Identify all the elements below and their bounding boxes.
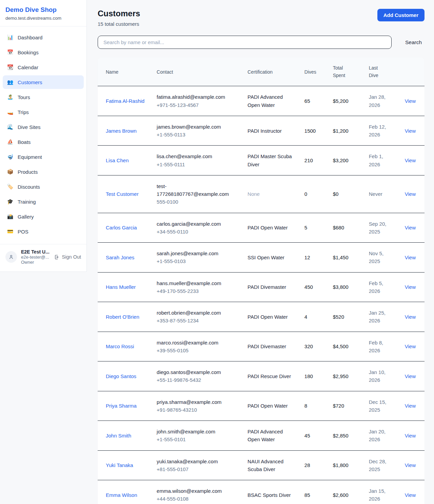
customer-certification: PADI Divemaster	[242, 332, 299, 361]
view-customer-link[interactable]: View	[405, 98, 416, 104]
view-customer-link[interactable]: View	[405, 433, 416, 438]
view-customer-link[interactable]: View	[405, 128, 416, 134]
customer-name-link[interactable]: Yuki Tanaka	[106, 462, 133, 468]
view-customer-link[interactable]: View	[405, 284, 416, 290]
column-header-action	[399, 58, 425, 86]
sidebar-item-equipment[interactable]: 🤿 Equipment	[3, 150, 84, 164]
customer-phone: +44-555-0108	[157, 495, 238, 503]
view-customer-link[interactable]: View	[405, 403, 416, 409]
customer-total-spent: $680	[328, 213, 363, 243]
customer-certification: NAUI Advanced Scuba Diver	[242, 450, 299, 480]
column-header-certification: Certification	[242, 58, 299, 86]
customer-total-spent: $2,850	[328, 421, 363, 451]
customer-certification: PADI Open Water	[242, 302, 299, 332]
search-input[interactable]	[98, 36, 392, 49]
sidebar-item-label: POS	[18, 229, 28, 235]
view-customer-link[interactable]: View	[405, 373, 416, 379]
search-button[interactable]: Search	[405, 39, 422, 45]
customer-email: sarah.jones@example.com	[157, 249, 238, 257]
sidebar-item-trips[interactable]: 🚤 Trips	[3, 105, 84, 119]
customer-name-link[interactable]: Fatima Al-Rashid	[106, 98, 144, 104]
customer-last-dive: Sep 20, 2025	[363, 213, 399, 243]
sidebar-item-boats[interactable]: ⛵ Boats	[3, 135, 84, 149]
customer-last-dive: Jan 28, 2026	[363, 86, 399, 116]
view-customer-link[interactable]: View	[405, 314, 416, 320]
sidebar-item-dive-sites[interactable]: 🌊 Dive Sites	[3, 120, 84, 134]
customer-last-dive: Jan 25, 2026	[363, 302, 399, 332]
graduation-cap-icon: 🎓	[7, 199, 14, 205]
customer-total-spent: $1,800	[328, 450, 363, 480]
sidebar-item-calendar[interactable]: 📆 Calendar	[3, 60, 84, 74]
bar-chart-icon: 📊	[7, 34, 14, 40]
sidebar-item-training[interactable]: 🎓 Training	[3, 195, 84, 208]
customer-name-link[interactable]: Sarah Jones	[106, 255, 134, 260]
customer-certification: SSI Open Water	[242, 243, 299, 273]
user-role: Owner	[21, 260, 50, 265]
customer-count: 15 total customers	[98, 21, 140, 27]
sidebar-item-products[interactable]: 📦 Products	[3, 165, 84, 179]
customer-phone: +91-98765-43210	[157, 406, 238, 414]
sidebar-item-tours[interactable]: 🏝️ Tours	[3, 90, 84, 104]
package-icon: 📦	[7, 169, 14, 175]
customer-last-dive: Jan 10, 2026	[363, 361, 399, 391]
customer-name-link[interactable]: Priya Sharma	[106, 403, 137, 409]
table-row: Hans Mueller hans.mueller@example.com +4…	[98, 272, 425, 302]
view-customer-link[interactable]: View	[405, 255, 416, 260]
customer-name-link[interactable]: Test Customer	[106, 191, 139, 197]
sidebar-item-label: Gallery	[18, 214, 34, 220]
customer-phone: +1-555-0103	[157, 257, 238, 265]
sailboat-icon: ⛵	[7, 139, 14, 145]
customer-phone: +49-170-555-2233	[157, 287, 238, 295]
customer-name-link[interactable]: James Brown	[106, 128, 137, 134]
sidebar-item-dashboard[interactable]: 📊 Dashboard	[3, 31, 84, 44]
customer-last-dive: Never	[363, 175, 399, 213]
tear-off-calendar-icon: 📆	[7, 64, 14, 70]
sidebar-item-pos[interactable]: 💳 POS	[3, 225, 84, 238]
sidebar-item-label: Products	[18, 169, 38, 175]
customer-name-link[interactable]: Robert O'Brien	[106, 314, 139, 320]
customer-email: diego.santos@example.com	[157, 368, 238, 376]
customer-last-dive: Feb 8, 2026	[363, 332, 399, 361]
customer-name-link[interactable]: Marco Rossi	[106, 343, 134, 349]
customer-email: marco.rossi@example.com	[157, 339, 238, 347]
customer-phone: +1-555-0111	[157, 161, 238, 168]
customer-phone: +39-555-0105	[157, 347, 238, 354]
view-customer-link[interactable]: View	[405, 462, 416, 468]
customer-total-spent: $2,950	[328, 361, 363, 391]
sidebar-item-bookings[interactable]: 📅 Bookings	[3, 45, 84, 59]
shop-name-link[interactable]: Demo Dive Shop	[5, 6, 81, 14]
sidebar-item-label: Training	[18, 199, 36, 205]
wave-icon: 🌊	[7, 124, 14, 130]
customer-total-spent: $4,500	[328, 332, 363, 361]
sidebar-item-discounts[interactable]: 🏷️ Discounts	[3, 180, 84, 193]
user-box: E2E Test U... e2e-tester@... Owner Sign …	[0, 244, 86, 272]
customer-name-link[interactable]: Hans Mueller	[106, 284, 136, 290]
customer-name-link[interactable]: Carlos Garcia	[106, 225, 137, 230]
customer-name-link[interactable]: Emma Wilson	[106, 492, 137, 498]
add-customer-button[interactable]: Add Customer	[377, 9, 425, 21]
column-header-last_dive: Last Dive	[363, 58, 399, 86]
customer-email: fatima.alrashid@example.com	[157, 93, 238, 101]
customer-name-link[interactable]: John Smith	[106, 433, 131, 438]
view-customer-link[interactable]: View	[405, 157, 416, 163]
calendar-date-icon: 📅	[7, 49, 14, 55]
customer-phone: +81-555-0107	[157, 465, 238, 473]
sign-out-button[interactable]: Sign Out	[54, 254, 81, 260]
customer-email: test-1772681807767@example.com	[157, 182, 238, 198]
customer-certification: None	[242, 175, 299, 213]
customer-last-dive: Jan 20, 2026	[363, 421, 399, 451]
view-customer-link[interactable]: View	[405, 343, 416, 349]
sidebar-item-label: Bookings	[18, 50, 39, 55]
customer-name-link[interactable]: Lisa Chen	[106, 157, 129, 163]
table-row: Sarah Jones sarah.jones@example.com +1-5…	[98, 243, 425, 273]
customer-name-link[interactable]: Diego Santos	[106, 373, 136, 379]
customer-email: yuki.tanaka@example.com	[157, 458, 238, 465]
view-customer-link[interactable]: View	[405, 191, 416, 197]
customer-dives: 85	[299, 480, 328, 504]
view-customer-link[interactable]: View	[405, 225, 416, 230]
sidebar-item-label: Customers	[18, 79, 42, 85]
customer-certification: PADI Instructor	[242, 116, 299, 146]
sidebar-item-gallery[interactable]: 📸 Gallery	[3, 210, 84, 223]
sidebar-item-customers[interactable]: 👥 Customers	[3, 75, 84, 89]
view-customer-link[interactable]: View	[405, 492, 416, 498]
